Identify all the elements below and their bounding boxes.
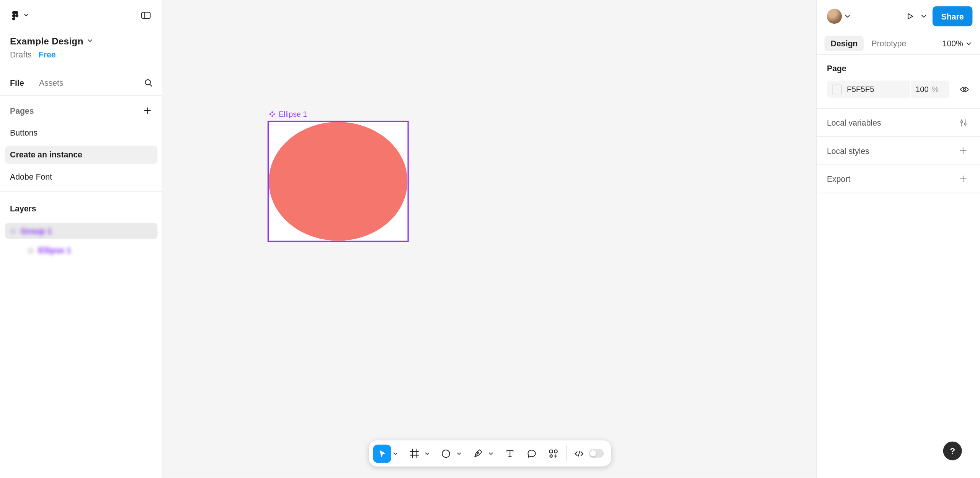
file-title-row[interactable]: Example Design	[0, 34, 162, 47]
local-styles-row[interactable]: Local styles	[817, 137, 980, 165]
share-button[interactable]: Share	[933, 6, 973, 26]
dev-mode-toggle[interactable]	[573, 448, 607, 459]
page-fill-opacity-input[interactable]: 100 %	[911, 81, 949, 98]
export-row[interactable]: Export	[817, 165, 980, 193]
move-tool-menu-chevron[interactable]	[391, 444, 399, 462]
local-variables-row[interactable]: Local variables	[817, 109, 980, 137]
right-sidebar-tabs: Design Prototype 100%	[817, 33, 980, 55]
component-icon	[10, 228, 16, 234]
pen-tool-menu-chevron[interactable]	[487, 444, 495, 462]
chevron-down-icon	[24, 13, 29, 18]
right-sidebar-header: Share	[817, 0, 980, 33]
add-page-button[interactable]	[139, 103, 155, 119]
file-meta: Drafts Free	[0, 49, 162, 60]
bottom-toolbar	[369, 440, 611, 467]
canvas[interactable]: Ellipse 1	[163, 0, 816, 478]
tab-prototype[interactable]: Prototype	[865, 36, 913, 51]
file-title: Example Design	[10, 35, 83, 46]
layers-header: Layers	[10, 203, 36, 213]
help-button[interactable]: ?	[943, 442, 962, 460]
tab-assets[interactable]: Assets	[39, 78, 64, 87]
zoom-control[interactable]: 100%	[942, 39, 972, 48]
page-fill-swatch[interactable]	[832, 84, 842, 94]
selection-label[interactable]: Ellipse 1	[268, 108, 409, 121]
page-item-buttons[interactable]: Buttons	[0, 122, 162, 144]
page-fill-hex-value: F5F5F5	[847, 85, 874, 94]
pages-header: Pages	[10, 106, 34, 115]
ellipse-layer-icon	[28, 247, 34, 254]
search-icon[interactable]	[140, 74, 156, 90]
comment-tool-button[interactable]	[523, 444, 541, 462]
frame-tool-button[interactable]	[405, 444, 423, 462]
chevron-down-icon	[88, 38, 93, 43]
page-item-adobe-font[interactable]: Adobe Font	[0, 166, 162, 188]
zoom-level: 100%	[942, 39, 963, 48]
pages-section: Pages Buttons Create an instance Adobe F…	[0, 100, 162, 192]
plan-badge[interactable]: Free	[39, 50, 56, 59]
dev-mode-switch[interactable]	[589, 449, 604, 458]
account-chevron-icon[interactable]	[845, 14, 850, 19]
adjust-sliders-icon[interactable]	[955, 115, 971, 131]
local-styles-label: Local styles	[827, 146, 869, 155]
left-sidebar: Example Design Drafts Free File Assets P…	[0, 0, 163, 478]
page-fill-row: F5F5F5 100 %	[827, 81, 971, 98]
selection-wrap: Ellipse 1	[268, 108, 409, 242]
tab-file[interactable]: File	[10, 78, 24, 87]
file-location[interactable]: Drafts	[10, 50, 32, 59]
ellipse-shape[interactable]	[269, 122, 407, 241]
toolbar-divider	[566, 445, 567, 461]
component-icon	[269, 111, 276, 118]
figma-logo-icon	[10, 10, 21, 20]
actions-tool-button[interactable]	[544, 444, 562, 462]
zoom-chevron-icon	[966, 41, 971, 46]
main-menu-button[interactable]	[10, 10, 29, 20]
layer-row-parent[interactable]: Group 1	[5, 223, 157, 239]
page-section: Page F5F5F5 100 %	[817, 55, 980, 109]
page-fill-hex-input[interactable]: F5F5F5	[827, 81, 910, 98]
code-icon	[574, 448, 585, 459]
page-section-title: Page	[827, 64, 971, 73]
visibility-eye-icon[interactable]	[957, 83, 971, 97]
add-style-button[interactable]	[955, 142, 971, 159]
user-avatar[interactable]	[827, 9, 842, 24]
layers-section: Layers Group 1 Ellipse 1	[0, 192, 162, 258]
page-fill-opacity-unit: %	[932, 85, 939, 94]
left-sidebar-header	[0, 0, 162, 30]
present-menu-chevron[interactable]	[921, 14, 926, 19]
pen-tool-button[interactable]	[469, 444, 487, 462]
frame-tool-menu-chevron[interactable]	[423, 444, 431, 462]
text-tool-button[interactable]	[501, 444, 519, 462]
page-fill-opacity-value: 100	[916, 85, 929, 94]
right-sidebar: Share Design Prototype 100% Page F5F5F5	[816, 0, 980, 478]
layer-row-child[interactable]: Ellipse 1	[5, 242, 157, 258]
tab-design[interactable]: Design	[824, 36, 864, 51]
figma-app: Example Design Drafts Free File Assets P…	[0, 0, 980, 478]
layer-label: Group 1	[21, 226, 52, 236]
add-export-button[interactable]	[955, 171, 971, 187]
selection-bounding-box[interactable]	[268, 121, 409, 242]
layer-label: Ellipse 1	[38, 246, 71, 255]
panel-toggle-icon[interactable]	[137, 7, 154, 23]
export-label: Export	[827, 174, 850, 183]
shape-tool-menu-chevron[interactable]	[455, 444, 463, 462]
present-button[interactable]	[902, 8, 918, 24]
layers-header-row: Layers	[0, 197, 162, 219]
page-item-create-an-instance[interactable]: Create an instance	[5, 146, 157, 164]
move-tool-button[interactable]	[373, 444, 391, 462]
shape-tool-button[interactable]	[437, 444, 455, 462]
local-variables-label: Local variables	[827, 118, 881, 127]
pages-header-row: Pages	[0, 100, 162, 122]
selection-label-text: Ellipse 1	[279, 110, 307, 119]
left-sidebar-tabs: File Assets	[0, 70, 162, 96]
